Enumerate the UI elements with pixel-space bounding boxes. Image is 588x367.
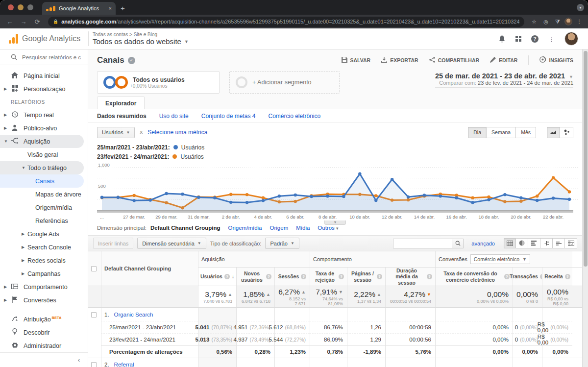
line-chart-toggle[interactable]	[547, 127, 560, 138]
header-kebab-icon[interactable]: ⋮	[548, 35, 555, 43]
data-table-view-button[interactable]	[504, 238, 516, 248]
sidebar-item-aquisi-o[interactable]: ▼Aquisição	[0, 135, 84, 148]
select-metric-link[interactable]: Selecione uma métrica	[147, 129, 207, 136]
sidebar-item-tempo-real[interactable]: ▶Tempo real	[0, 108, 88, 122]
channel-link[interactable]: Referral	[114, 362, 134, 367]
exportar-button[interactable]: EXPORTAR	[381, 57, 418, 64]
sidebar-item-atribui-o[interactable]: AtribuiçãoBETA	[0, 313, 88, 326]
column-header-2[interactable]: Sessões?	[274, 268, 310, 286]
segment-card-all-users[interactable]: Todos os usuários +0,00% Usuários	[97, 71, 220, 94]
browser-avatar[interactable]	[564, 18, 572, 25]
chevron-right-icon[interactable]: ▶	[4, 87, 7, 91]
sidebar-item-vis-o-geral[interactable]: Visão geral	[0, 148, 88, 161]
sidebar-search[interactable]	[0, 49, 88, 65]
bell-icon[interactable]	[498, 35, 506, 43]
help-question-icon[interactable]: ?	[339, 274, 344, 279]
advanced-link[interactable]: avançado	[471, 241, 495, 246]
chevron-right-icon[interactable]: ▶	[4, 113, 7, 117]
search-input[interactable]	[22, 54, 81, 60]
sidebar-item-p-blico-alvo[interactable]: ▶Público-alvo	[0, 122, 88, 135]
chrome-menu-kebab-icon[interactable]: ⋮	[574, 19, 584, 25]
column-header-1[interactable]: Novos usuários?	[236, 268, 274, 286]
row-checkbox[interactable]	[91, 362, 97, 367]
chevron-right-icon[interactable]: ▶	[4, 126, 7, 130]
tab-explorador[interactable]: Explorador	[97, 97, 145, 109]
close-window-button[interactable]	[8, 4, 14, 10]
sidebar-item-search-console[interactable]: ▶Search Console	[0, 241, 88, 254]
sidebar-item-redes-sociais[interactable]: ▶Redes sociais	[0, 254, 88, 267]
performance-bars-view-button[interactable]	[528, 238, 540, 248]
sidebar-item-descobrir[interactable]: Descobrir	[0, 326, 88, 339]
url-bar[interactable]: 🔒 analytics.google.com/analytics/web/#/r…	[48, 17, 524, 27]
table-search-button[interactable]	[452, 239, 464, 248]
extensions-puzzle-icon[interactable]: ⧩	[553, 19, 563, 25]
help-question-icon[interactable]: ?	[301, 274, 306, 279]
subtab-com-rcio-eletr-nico[interactable]: Comércio eletrônico	[268, 113, 320, 120]
sidebar-item-personaliza-o[interactable]: ▶Personalização	[0, 82, 88, 96]
granularity-semana[interactable]: Semana	[487, 127, 516, 138]
sidebar-item-origem-m-dia[interactable]: Origem/mídia	[0, 201, 88, 214]
sidebar-item-comportamento[interactable]: ▶Comportamento	[0, 280, 88, 294]
new-tab-button[interactable]: +	[121, 4, 125, 12]
page-scrollbar[interactable]	[582, 49, 588, 367]
motion-chart-toggle[interactable]	[560, 127, 573, 138]
traffic-lights[interactable]	[0, 0, 40, 15]
column-header-3[interactable]: Taxa de rejeição?	[310, 268, 347, 286]
column-header-7[interactable]: Transações?	[513, 268, 542, 286]
date-range-picker[interactable]: 25 de mar. de 2021 - 23 de abr. de 2021▼…	[435, 71, 573, 88]
column-header-0[interactable]: Usuários?↓	[198, 268, 236, 286]
help-question-icon[interactable]: ?	[224, 274, 230, 279]
url-text[interactable]: analytics.google.com/analytics/web/#/rep…	[61, 19, 519, 24]
sidebar-item-canais[interactable]: Canais	[0, 174, 84, 188]
help-question-icon[interactable]: ?	[565, 274, 570, 279]
chevron-right-icon[interactable]: ▶	[4, 285, 7, 289]
collapse-sidebar-icon[interactable]: ‹	[78, 357, 80, 364]
lock-icon[interactable]: 🔒	[53, 19, 58, 24]
editar-button[interactable]: EDITAR	[490, 57, 517, 64]
add-segment-button[interactable]: + Adicionar segmento	[229, 71, 340, 94]
back-icon[interactable]: ←	[4, 18, 16, 25]
channel-row-referral[interactable]: 2.Referral	[88, 358, 582, 367]
help-question-icon[interactable]: ?	[504, 274, 510, 279]
conversions-type-select[interactable]: Comércio eletrônico ▼	[470, 254, 530, 264]
granularity-mês[interactable]: Mês	[516, 127, 536, 138]
dimension-link-outros[interactable]: Outros ▾	[318, 225, 338, 231]
compartilhar-button[interactable]: COMPARTILHAR	[429, 57, 479, 64]
sidebar-item-refer-ncias[interactable]: Referências	[0, 214, 88, 227]
scrollbar-thumb[interactable]	[584, 51, 588, 267]
secondary-dimension-button[interactable]: Dimensão secundária▼	[137, 238, 206, 249]
chevron-down-icon[interactable]: ▼	[22, 166, 25, 170]
forward-icon[interactable]: →	[18, 18, 29, 25]
sidebar-item-todo-o-tr-fego[interactable]: ▼Todo o tráfego	[0, 161, 84, 174]
dimension-link-origem-midia[interactable]: Origem/mídia	[228, 225, 262, 231]
tab-close-icon[interactable]: ×	[109, 5, 112, 11]
subtab-conjunto-de-metas-4[interactable]: Conjunto de metas 4	[201, 113, 256, 120]
row-checkbox[interactable]	[91, 312, 97, 318]
comparison-view-button[interactable]	[540, 238, 553, 248]
column-header-5[interactable]: Duração média da sessão?	[385, 268, 435, 286]
help-question-icon[interactable]: ?	[377, 274, 382, 279]
bookmark-star-icon[interactable]: ☆	[529, 19, 539, 25]
browser-tab[interactable]: Google Analytics ×	[42, 2, 116, 15]
chrome-profile-chip[interactable]: ▾	[577, 4, 584, 11]
brand[interactable]: Google Analytics	[0, 34, 88, 44]
channel-link[interactable]: Organic Search	[114, 312, 153, 318]
subtab-dados-resumidos[interactable]: Dados resumidos	[97, 113, 147, 120]
minimize-window-button[interactable]	[18, 4, 24, 10]
sort-type-button[interactable]: Padrão▼	[265, 238, 299, 249]
term-cloud-view-button[interactable]	[553, 238, 565, 248]
percentage-pie-view-button[interactable]	[516, 238, 528, 248]
pivot-view-button[interactable]	[565, 238, 577, 248]
chevron-right-icon[interactable]: ▶	[22, 245, 24, 249]
metric-selector-button[interactable]: Usuários▼	[97, 127, 135, 138]
sort-desc-icon[interactable]: ↓	[232, 274, 234, 280]
column-header-4[interactable]: Páginas / sessão?	[347, 268, 385, 286]
chevron-right-icon[interactable]: ▶	[22, 232, 24, 236]
reload-icon[interactable]: ⟳	[31, 18, 43, 25]
help-icon[interactable]: ?	[531, 35, 539, 43]
subtab-uso-do-site[interactable]: Uso do site	[159, 113, 189, 120]
table-search-input[interactable]	[393, 239, 452, 248]
sidebar-item-campanhas[interactable]: ▶Campanhas	[0, 267, 88, 280]
dimension-active[interactable]: Default Channel Grouping	[150, 225, 220, 231]
help-question-icon[interactable]: ?	[427, 274, 432, 279]
